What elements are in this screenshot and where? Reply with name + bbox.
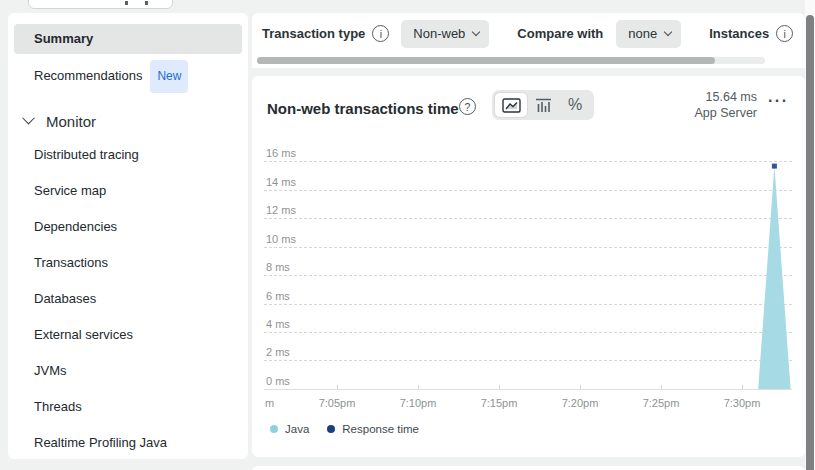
legend-label: Response time (342, 423, 419, 435)
summary-label: App Server (694, 105, 757, 121)
gridline (264, 218, 792, 219)
y-tick-label: 6 ms (266, 290, 290, 302)
x-tick (418, 385, 419, 389)
compare-with-dropdown[interactable]: none (616, 20, 681, 48)
x-tick-label: 7:05pm (307, 397, 367, 409)
y-tick-label: 8 ms (266, 261, 290, 273)
java-area-polygon (256, 166, 791, 389)
sidebar-item-external-services[interactable]: External services (8, 317, 248, 353)
gridline (264, 360, 792, 361)
area-chart-toggle[interactable] (495, 93, 527, 117)
x-axis-line (264, 389, 792, 390)
x-tick-label: 7:30pm (712, 397, 772, 409)
y-tick-label: 14 ms (266, 176, 296, 188)
y-tick-label: 2 ms (266, 346, 290, 358)
chart-menu-button[interactable]: ··· (768, 92, 788, 110)
sidebar-item-distributed-tracing[interactable]: Distributed tracing (8, 137, 248, 173)
y-tick-label: 10 ms (266, 233, 296, 245)
chart-legend: Java Response time (270, 423, 419, 435)
sidebar-section-monitor[interactable]: Monitor (8, 108, 248, 134)
sidebar-item-label: Recommendations (34, 68, 142, 83)
x-tick-label: m (265, 397, 287, 409)
sidebar-item-transactions[interactable]: Transactions (8, 245, 248, 281)
legend-label: Java (285, 423, 309, 435)
chevron-down-icon (664, 28, 672, 36)
new-badge: New (150, 60, 188, 93)
transaction-type-label: Transaction type (262, 26, 365, 41)
non-web-transactions-chart-card: Non-web transactions time ? % 15.64 ms A… (252, 76, 805, 457)
filter-toolbar: Transaction type i Non-web Compare with … (252, 13, 805, 68)
x-tick (499, 385, 500, 389)
info-icon[interactable]: i (776, 25, 793, 42)
sidebar-item-summary[interactable]: Summary (14, 24, 242, 54)
next-card-partial (252, 466, 805, 470)
gridline (264, 161, 792, 162)
sidebar-item-databases[interactable]: Databases (8, 281, 248, 317)
chart-type-segmented-control: % (492, 90, 594, 120)
percent-toggle[interactable]: % (559, 93, 591, 117)
gridline (264, 332, 792, 333)
x-tick (580, 385, 581, 389)
summary-value: 15.64 ms (694, 89, 757, 105)
transaction-type-dropdown[interactable]: Non-web (401, 20, 489, 48)
gridline (264, 275, 792, 276)
x-tick-label: 7:25pm (631, 397, 691, 409)
info-icon[interactable]: i (372, 25, 389, 42)
sidebar-item-realtime-profiling-java[interactable]: Realtime Profiling Java (8, 425, 248, 459)
gridline (264, 304, 792, 305)
bar-chart-toggle[interactable] (527, 93, 559, 117)
sidebar-item-service-map[interactable]: Service map (8, 173, 248, 209)
transaction-type-value: Non-web (413, 26, 465, 41)
chevron-down-icon (472, 28, 480, 36)
y-tick-label: 12 ms (266, 204, 296, 216)
sidebar-section-label: Monitor (46, 113, 96, 130)
x-tick (337, 385, 338, 389)
help-icon[interactable]: ? (459, 98, 476, 115)
legend-item-response-time[interactable]: Response time (327, 423, 419, 435)
horizontal-scrollbar-thumb[interactable] (257, 57, 715, 64)
gridline (264, 247, 792, 248)
y-tick-label: 4 ms (266, 318, 290, 330)
y-tick-label: 16 ms (266, 147, 296, 159)
time-picker-partial-input[interactable] (28, 0, 173, 9)
sidebar-item-recommendations[interactable]: RecommendationsNew (8, 60, 248, 90)
x-tick-label: 7:15pm (469, 397, 529, 409)
java-legend-dot-icon (270, 425, 278, 433)
response-time-marker (772, 164, 777, 169)
y-tick-label: 0 ms (266, 375, 290, 387)
area-chart-icon (502, 98, 521, 113)
vertical-scrollbar-thumb[interactable] (806, 15, 814, 470)
x-tick (661, 385, 662, 389)
chart-summary: 15.64 ms App Server (694, 89, 757, 121)
sidebar-item-threads[interactable]: Threads (8, 389, 248, 425)
chevron-down-icon (22, 111, 35, 124)
sidebar-monitor-list: Distributed tracing Service map Dependen… (8, 137, 248, 459)
clipped-glyph (125, 1, 128, 5)
x-tick-label: 7:20pm (550, 397, 610, 409)
clipped-glyph (145, 1, 148, 5)
sidebar: Summary RecommendationsNew Monitor Distr… (8, 13, 248, 459)
x-tick-label: 7:10pm (388, 397, 448, 409)
legend-item-java[interactable]: Java (270, 423, 309, 435)
compare-with-value: none (628, 26, 657, 41)
gridline (264, 190, 792, 191)
response-time-legend-dot-icon (327, 425, 335, 433)
sidebar-item-jvms[interactable]: JVMs (8, 353, 248, 389)
compare-with-label: Compare with (517, 26, 603, 41)
percent-icon: % (568, 96, 582, 114)
x-tick (742, 385, 743, 389)
chart-title: Non-web transactions time (267, 100, 459, 117)
bar-chart-icon (535, 98, 552, 113)
instances-label: Instances (709, 26, 769, 41)
filter-controls-row: Transaction type i Non-web Compare with … (252, 13, 805, 54)
sidebar-item-dependencies[interactable]: Dependencies (8, 209, 248, 245)
